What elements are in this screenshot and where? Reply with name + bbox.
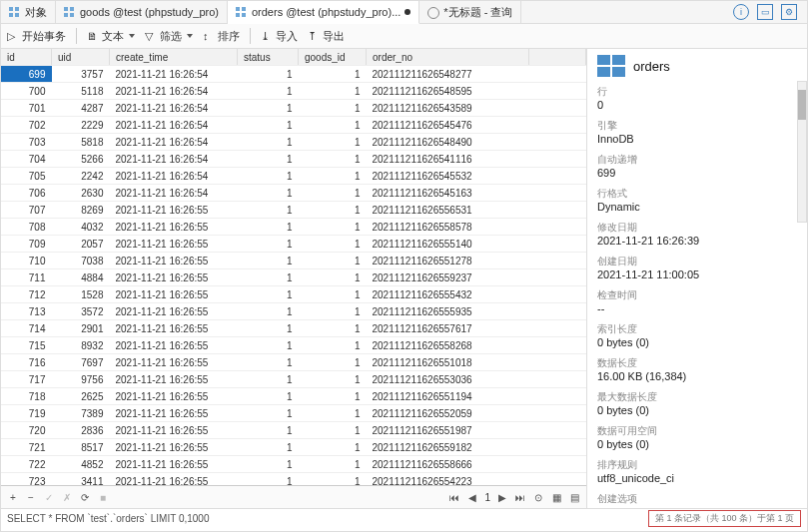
table-row[interactable]: 70222292021-11-21 16:26:5411202111211626… bbox=[1, 117, 586, 134]
cell-goods-id[interactable]: 1 bbox=[299, 185, 367, 202]
cell-status[interactable]: 1 bbox=[238, 219, 299, 236]
cell-order-no[interactable]: 2021112116265559​35 bbox=[367, 303, 529, 320]
col-status[interactable]: status bbox=[238, 49, 299, 66]
cell-order-no[interactable]: 2021112116265485​95 bbox=[367, 83, 529, 100]
cell-order-no[interactable]: 2021112116265411​16 bbox=[367, 151, 529, 168]
first-page-icon[interactable]: ⏮ bbox=[448, 491, 460, 503]
col-id[interactable]: id bbox=[1, 49, 52, 66]
cell-create-time[interactable]: 2021-11-21 16:26:55 bbox=[110, 439, 238, 456]
cell-id[interactable]: 715 bbox=[1, 337, 52, 354]
cell-goods-id[interactable]: 1 bbox=[299, 371, 367, 388]
cell-status[interactable]: 1 bbox=[238, 320, 299, 337]
cell-create-time[interactable]: 2021-11-21 16:26:55 bbox=[110, 219, 238, 236]
col-order-no[interactable]: order_no bbox=[367, 49, 529, 66]
cell-status[interactable]: 1 bbox=[238, 388, 299, 405]
data-grid[interactable]: id uid create_time status goods_id order… bbox=[1, 49, 586, 485]
cell-create-time[interactable]: 2021-11-21 16:26:55 bbox=[110, 236, 238, 253]
cell-status[interactable]: 1 bbox=[238, 151, 299, 168]
cell-order-no[interactable]: 2021112116265542​23 bbox=[367, 473, 529, 486]
cell-order-no[interactable]: 2021112116265551​40 bbox=[367, 236, 529, 253]
cell-status[interactable]: 1 bbox=[238, 185, 299, 202]
cell-goods-id[interactable]: 1 bbox=[299, 117, 367, 134]
cell-id[interactable]: 705 bbox=[1, 168, 52, 185]
cell-uid[interactable]: 7697 bbox=[52, 354, 110, 371]
cell-create-time[interactable]: 2021-11-21 16:26:54 bbox=[110, 151, 238, 168]
table-row[interactable]: 71589322021-11-21 16:26:5511202111211626… bbox=[1, 337, 586, 354]
cell-order-no[interactable]: 2021112116265435​89 bbox=[367, 100, 529, 117]
cell-order-no[interactable]: 2021112116265454​76 bbox=[367, 117, 529, 134]
cell-id[interactable]: 708 bbox=[1, 219, 52, 236]
table-row[interactable]: 70358182021-11-21 16:26:5411202111211626… bbox=[1, 134, 586, 151]
table-row[interactable]: 71973892021-11-21 16:26:5511202111211626… bbox=[1, 405, 586, 422]
cell-uid[interactable]: 3757 bbox=[52, 66, 110, 83]
cell-goods-id[interactable]: 1 bbox=[299, 388, 367, 405]
cell-uid[interactable]: 7038 bbox=[52, 253, 110, 269]
cell-id[interactable]: 699 bbox=[1, 66, 52, 83]
cell-id[interactable]: 712 bbox=[1, 286, 52, 303]
cell-create-time[interactable]: 2021-11-21 16:26:55 bbox=[110, 405, 238, 422]
cell-status[interactable]: 1 bbox=[238, 269, 299, 286]
cell-uid[interactable]: 4287 bbox=[52, 100, 110, 117]
cell-uid[interactable]: 2242 bbox=[52, 168, 110, 185]
cell-uid[interactable]: 4032 bbox=[52, 219, 110, 236]
cell-create-time[interactable]: 2021-11-21 16:26:54 bbox=[110, 134, 238, 151]
table-row[interactable]: 71676972021-11-21 16:26:5511202111211626… bbox=[1, 354, 586, 371]
cell-goods-id[interactable]: 1 bbox=[299, 151, 367, 168]
cell-create-time[interactable]: 2021-11-21 16:26:54 bbox=[110, 168, 238, 185]
cell-create-time[interactable]: 2021-11-21 16:26:55 bbox=[110, 303, 238, 320]
tab-query[interactable]: *无标题 - 查询 bbox=[419, 1, 521, 23]
table-row[interactable]: 72248522021-11-21 16:26:5511202111211626… bbox=[1, 456, 586, 473]
cell-status[interactable]: 1 bbox=[238, 202, 299, 219]
cell-uid[interactable]: 5818 bbox=[52, 134, 110, 151]
cell-id[interactable]: 709 bbox=[1, 236, 52, 253]
table-row[interactable]: 70142872021-11-21 16:26:5411202111211626… bbox=[1, 100, 586, 117]
cell-status[interactable]: 1 bbox=[238, 236, 299, 253]
cell-create-time[interactable]: 2021-11-21 16:26:55 bbox=[110, 320, 238, 337]
cell-id[interactable]: 703 bbox=[1, 134, 52, 151]
cell-uid[interactable]: 9756 bbox=[52, 371, 110, 388]
cancel-icon[interactable]: ✗ bbox=[61, 491, 73, 503]
cell-id[interactable]: 706 bbox=[1, 185, 52, 202]
table-row[interactable]: 72185172021-11-21 16:26:5511202111211626… bbox=[1, 439, 586, 456]
table-row[interactable]: 69937572021-11-21 16:26:5411202111211626… bbox=[1, 66, 586, 83]
cell-create-time[interactable]: 2021-11-21 16:26:54 bbox=[110, 100, 238, 117]
table-row[interactable]: 72334112021-11-21 16:26:5511202111211626… bbox=[1, 473, 586, 486]
cell-uid[interactable]: 2901 bbox=[52, 320, 110, 337]
cell-status[interactable]: 1 bbox=[238, 100, 299, 117]
cell-order-no[interactable]: 2021112116265484​90 bbox=[367, 134, 529, 151]
cell-uid[interactable]: 7389 bbox=[52, 405, 110, 422]
cell-status[interactable]: 1 bbox=[238, 117, 299, 134]
col-goods-id[interactable]: goods_id bbox=[299, 49, 367, 66]
cell-order-no[interactable]: 2021112116265554​32 bbox=[367, 286, 529, 303]
cell-create-time[interactable]: 2021-11-21 16:26:55 bbox=[110, 422, 238, 439]
filter-button[interactable]: ▽筛选 bbox=[145, 29, 193, 44]
cell-status[interactable]: 1 bbox=[238, 303, 299, 320]
cell-uid[interactable]: 5266 bbox=[52, 151, 110, 168]
cell-create-time[interactable]: 2021-11-21 16:26:54 bbox=[110, 117, 238, 134]
col-create-time[interactable]: create_time bbox=[110, 49, 238, 66]
cell-create-time[interactable]: 2021-11-21 16:26:55 bbox=[110, 269, 238, 286]
cell-create-time[interactable]: 2021-11-21 16:26:55 bbox=[110, 473, 238, 486]
cell-uid[interactable]: 8932 bbox=[52, 337, 110, 354]
cell-create-time[interactable]: 2021-11-21 16:26:54 bbox=[110, 83, 238, 100]
tab-goods[interactable]: goods @test (phpstudy_pro) bbox=[56, 1, 228, 23]
cell-goods-id[interactable]: 1 bbox=[299, 100, 367, 117]
table-row[interactable]: 71148842021-11-21 16:26:5511202111211626… bbox=[1, 269, 586, 286]
commit-icon[interactable]: ✓ bbox=[43, 491, 55, 503]
table-row[interactable]: 70782692021-11-21 16:26:5511202111211626… bbox=[1, 202, 586, 219]
cell-status[interactable]: 1 bbox=[238, 371, 299, 388]
cell-create-time[interactable]: 2021-11-21 16:26:54 bbox=[110, 185, 238, 202]
cell-order-no[interactable]: 2021112116265451​63 bbox=[367, 185, 529, 202]
cell-status[interactable]: 1 bbox=[238, 83, 299, 100]
cell-goods-id[interactable]: 1 bbox=[299, 202, 367, 219]
cell-order-no[interactable]: 2021112116265455​32 bbox=[367, 168, 529, 185]
cell-status[interactable]: 1 bbox=[238, 456, 299, 473]
form-view-icon[interactable]: ▤ bbox=[568, 491, 580, 503]
panel-icon[interactable]: ▭ bbox=[757, 4, 773, 20]
cell-goods-id[interactable]: 1 bbox=[299, 66, 367, 83]
cell-goods-id[interactable]: 1 bbox=[299, 354, 367, 371]
cell-order-no[interactable]: 2021112116265519​87 bbox=[367, 422, 529, 439]
table-row[interactable]: 71429012021-11-21 16:26:5511202111211626… bbox=[1, 320, 586, 337]
cell-order-no[interactable]: 2021112116265586​66 bbox=[367, 456, 529, 473]
cell-id[interactable]: 723 bbox=[1, 473, 52, 486]
